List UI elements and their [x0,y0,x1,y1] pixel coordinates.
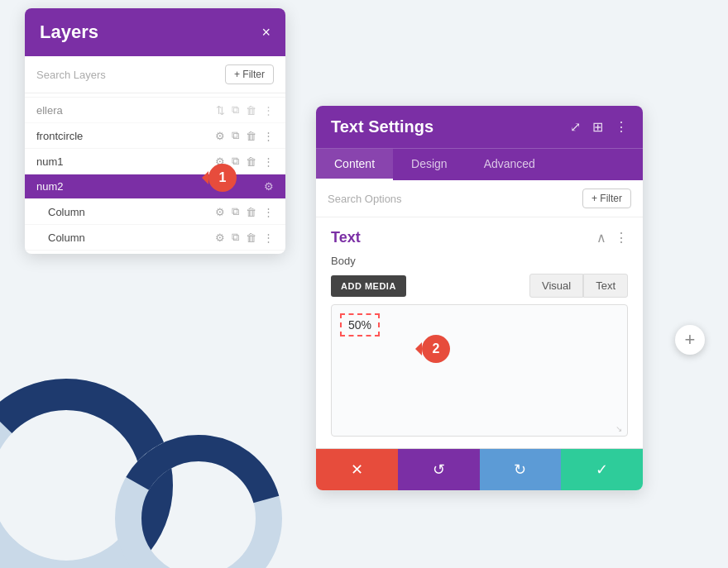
layer-gear-icon[interactable]: ⚙ [264,180,274,193]
text-section-header: Text ∧ ⋮ [331,229,628,246]
text-section-title: Text [331,229,361,246]
step-badge-1: 1 [208,164,237,192]
collapse-section-button[interactable]: ∧ [596,230,606,246]
layer-more-icon[interactable]: ⋮ [263,231,274,244]
layers-search-placeholder: Search Layers [36,69,106,81]
layer-more-icon[interactable]: ⋮ [263,206,274,218]
layer-name: frontcircle [36,130,215,142]
layers-title: Layers [40,21,98,43]
section-more-button[interactable]: ⋮ [615,230,628,246]
text-settings-panel: Text Settings ⤢ ⊞ ⋮ Content Design Advan… [316,106,643,490]
layer-more-icon[interactable]: ⋮ [263,155,274,168]
layers-header: Layers × [25,8,285,56]
undo-button[interactable]: ↺ [398,449,480,490]
cancel-button[interactable]: ✕ [316,449,398,490]
tab-advanced[interactable]: Advanced [466,149,553,180]
layer-icons: ⚙ ⧉ 🗑 ⋮ [215,129,274,142]
body-label: Body [331,255,628,267]
text-section-controls: ∧ ⋮ [596,230,628,246]
visual-toggle-button[interactable]: Visual [529,274,583,298]
editor-area[interactable]: 50% ↘ [331,304,628,437]
tab-design[interactable]: Design [393,149,466,180]
tab-content[interactable]: Content [316,149,393,180]
layer-name: ellera [36,104,216,117]
layer-copy-icon[interactable]: ⧉ [232,231,239,244]
columns-icon-button[interactable]: ⊞ [592,119,603,135]
options-filter-button[interactable]: + Filter [582,189,631,208]
layer-trash-icon[interactable]: 🗑 [246,231,256,244]
add-media-button[interactable]: ADD MEDIA [331,275,406,297]
editor-text-content[interactable]: 50% [340,313,380,337]
text-toggle-button[interactable]: Text [583,274,628,298]
layer-gear-icon[interactable]: ⚙ [215,231,225,244]
header-icons: ⤢ ⊞ ⋮ [570,119,628,135]
layer-item-ellera[interactable]: ellera ⇅ ⧉ 🗑 ⋮ [25,97,285,123]
expand-icon-button[interactable]: ⤢ [570,119,581,135]
step-badge-2: 2 [422,335,450,363]
layer-gear-icon[interactable]: ⚙ [215,206,225,218]
editor-toolbar: ADD MEDIA Visual Text [331,274,628,298]
text-settings-tabs: Content Design Advanced [316,148,643,180]
layer-gear-icon[interactable]: ⚙ [215,130,225,142]
redo-button[interactable]: ↻ [480,449,562,490]
layer-copy-icon[interactable]: ⧉ [232,103,239,117]
layer-item-num2[interactable]: num2 ⚙ [25,174,285,199]
layer-item-column-1[interactable]: Column ⚙ ⧉ 🗑 ⋮ [25,199,285,225]
action-bar: ✕ ↺ ↻ ✓ [316,448,643,490]
layer-icons: ⚙ ⧉ 🗑 ⋮ [215,205,274,218]
editor-content-wrapper: 50% [340,313,380,337]
layer-move-icon[interactable]: ⇅ [216,104,225,117]
layer-copy-icon[interactable]: ⧉ [232,129,239,142]
layers-close-button[interactable]: × [261,25,271,40]
visual-text-toggle: Visual Text [529,274,628,298]
layer-trash-icon[interactable]: 🗑 [246,104,256,117]
layers-filter-button[interactable]: + Filter [225,64,274,84]
text-section: Text ∧ ⋮ Body ADD MEDIA Visual Text 50% … [316,217,643,448]
layer-item-num1[interactable]: num1 ⚙ ⧉ 🗑 ⋮ [25,149,285,174]
layer-item-frontcircle[interactable]: frontcircle ⚙ ⧉ 🗑 ⋮ [25,123,285,149]
layer-name: Column [48,231,215,244]
layer-trash-icon[interactable]: 🗑 [246,130,256,142]
more-options-icon-button[interactable]: ⋮ [615,119,628,135]
layer-more-icon[interactable]: ⋮ [263,130,274,142]
layer-icons: ⇅ ⧉ 🗑 ⋮ [216,103,274,117]
layer-icons: ⚙ ⧉ 🗑 ⋮ [215,231,274,244]
layers-panel: Layers × Search Layers + Filter ellera ⇅… [25,8,285,254]
text-settings-search-bar: Search Options + Filter [316,180,643,217]
layer-name: num1 [36,155,215,168]
text-settings-header: Text Settings ⤢ ⊞ ⋮ [316,106,643,148]
plus-button[interactable]: + [675,325,705,355]
layer-trash-icon[interactable]: 🗑 [246,206,256,218]
layer-trash-icon[interactable]: 🗑 [246,155,256,168]
layer-icons: ⚙ [264,180,274,193]
layer-name: Column [48,206,215,218]
layer-copy-icon[interactable]: ⧉ [232,205,239,218]
search-options-placeholder: Search Options [328,193,402,205]
layers-list: ellera ⇅ ⧉ 🗑 ⋮ frontcircle ⚙ ⧉ 🗑 ⋮ num1 … [25,93,285,254]
layers-search-bar: Search Layers + Filter [25,56,285,93]
text-settings-title: Text Settings [331,117,433,136]
resize-handle-icon[interactable]: ↘ [615,424,624,432]
layer-item-column-2[interactable]: Column ⚙ ⧉ 🗑 ⋮ [25,225,285,251]
confirm-button[interactable]: ✓ [561,449,643,490]
layer-more-icon[interactable]: ⋮ [263,104,274,117]
layer-copy-icon[interactable]: ⧉ [232,155,239,168]
